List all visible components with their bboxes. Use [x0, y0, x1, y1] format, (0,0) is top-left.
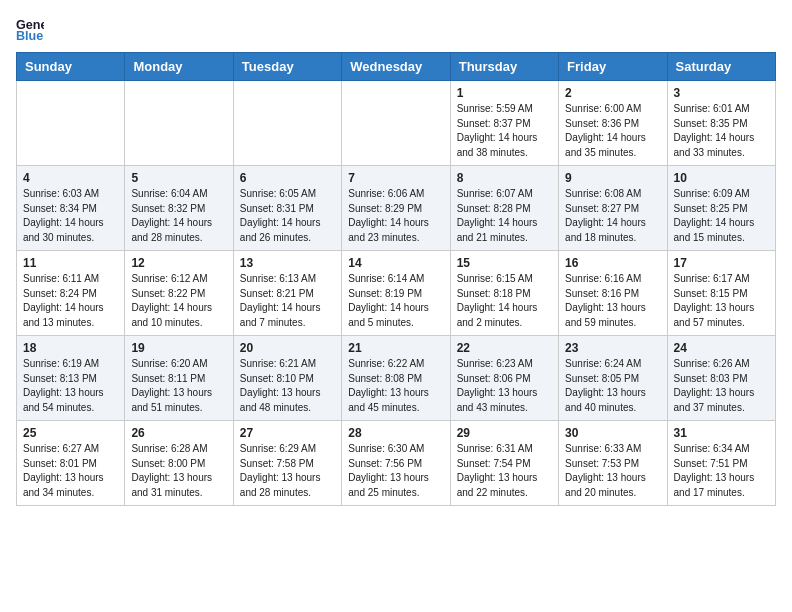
weekday-header-sunday: Sunday — [17, 53, 125, 81]
day-number: 12 — [131, 256, 226, 270]
calendar-cell: 10Sunrise: 6:09 AM Sunset: 8:25 PM Dayli… — [667, 166, 775, 251]
day-number: 2 — [565, 86, 660, 100]
day-number: 1 — [457, 86, 552, 100]
calendar-cell: 8Sunrise: 6:07 AM Sunset: 8:28 PM Daylig… — [450, 166, 558, 251]
day-number: 15 — [457, 256, 552, 270]
week-row-1: 1Sunrise: 5:59 AM Sunset: 8:37 PM Daylig… — [17, 81, 776, 166]
calendar-cell: 25Sunrise: 6:27 AM Sunset: 8:01 PM Dayli… — [17, 421, 125, 506]
day-number: 20 — [240, 341, 335, 355]
day-info: Sunrise: 6:05 AM Sunset: 8:31 PM Dayligh… — [240, 187, 335, 245]
day-number: 18 — [23, 341, 118, 355]
day-number: 9 — [565, 171, 660, 185]
week-row-3: 11Sunrise: 6:11 AM Sunset: 8:24 PM Dayli… — [17, 251, 776, 336]
calendar-cell — [233, 81, 341, 166]
calendar-cell: 28Sunrise: 6:30 AM Sunset: 7:56 PM Dayli… — [342, 421, 450, 506]
day-info: Sunrise: 6:14 AM Sunset: 8:19 PM Dayligh… — [348, 272, 443, 330]
weekday-header-saturday: Saturday — [667, 53, 775, 81]
day-info: Sunrise: 6:19 AM Sunset: 8:13 PM Dayligh… — [23, 357, 118, 415]
calendar-cell: 26Sunrise: 6:28 AM Sunset: 8:00 PM Dayli… — [125, 421, 233, 506]
week-row-2: 4Sunrise: 6:03 AM Sunset: 8:34 PM Daylig… — [17, 166, 776, 251]
day-number: 6 — [240, 171, 335, 185]
week-row-4: 18Sunrise: 6:19 AM Sunset: 8:13 PM Dayli… — [17, 336, 776, 421]
day-number: 14 — [348, 256, 443, 270]
logo: General Blue — [16, 16, 48, 44]
day-number: 24 — [674, 341, 769, 355]
day-info: Sunrise: 6:07 AM Sunset: 8:28 PM Dayligh… — [457, 187, 552, 245]
day-info: Sunrise: 6:34 AM Sunset: 7:51 PM Dayligh… — [674, 442, 769, 500]
day-number: 17 — [674, 256, 769, 270]
day-number: 13 — [240, 256, 335, 270]
calendar-cell: 9Sunrise: 6:08 AM Sunset: 8:27 PM Daylig… — [559, 166, 667, 251]
calendar-cell: 29Sunrise: 6:31 AM Sunset: 7:54 PM Dayli… — [450, 421, 558, 506]
calendar-cell: 13Sunrise: 6:13 AM Sunset: 8:21 PM Dayli… — [233, 251, 341, 336]
day-number: 3 — [674, 86, 769, 100]
calendar-cell: 1Sunrise: 5:59 AM Sunset: 8:37 PM Daylig… — [450, 81, 558, 166]
day-info: Sunrise: 6:09 AM Sunset: 8:25 PM Dayligh… — [674, 187, 769, 245]
day-info: Sunrise: 6:24 AM Sunset: 8:05 PM Dayligh… — [565, 357, 660, 415]
calendar-cell: 14Sunrise: 6:14 AM Sunset: 8:19 PM Dayli… — [342, 251, 450, 336]
calendar-cell: 20Sunrise: 6:21 AM Sunset: 8:10 PM Dayli… — [233, 336, 341, 421]
calendar-cell — [342, 81, 450, 166]
calendar-cell: 17Sunrise: 6:17 AM Sunset: 8:15 PM Dayli… — [667, 251, 775, 336]
day-info: Sunrise: 6:08 AM Sunset: 8:27 PM Dayligh… — [565, 187, 660, 245]
calendar-cell: 31Sunrise: 6:34 AM Sunset: 7:51 PM Dayli… — [667, 421, 775, 506]
calendar-table: SundayMondayTuesdayWednesdayThursdayFrid… — [16, 52, 776, 506]
weekday-header-thursday: Thursday — [450, 53, 558, 81]
day-number: 29 — [457, 426, 552, 440]
day-number: 26 — [131, 426, 226, 440]
day-info: Sunrise: 6:01 AM Sunset: 8:35 PM Dayligh… — [674, 102, 769, 160]
calendar-cell: 6Sunrise: 6:05 AM Sunset: 8:31 PM Daylig… — [233, 166, 341, 251]
page-header: General Blue — [16, 16, 776, 44]
day-info: Sunrise: 6:11 AM Sunset: 8:24 PM Dayligh… — [23, 272, 118, 330]
day-info: Sunrise: 6:13 AM Sunset: 8:21 PM Dayligh… — [240, 272, 335, 330]
day-info: Sunrise: 6:21 AM Sunset: 8:10 PM Dayligh… — [240, 357, 335, 415]
day-number: 4 — [23, 171, 118, 185]
week-row-5: 25Sunrise: 6:27 AM Sunset: 8:01 PM Dayli… — [17, 421, 776, 506]
calendar-cell: 3Sunrise: 6:01 AM Sunset: 8:35 PM Daylig… — [667, 81, 775, 166]
calendar-cell: 23Sunrise: 6:24 AM Sunset: 8:05 PM Dayli… — [559, 336, 667, 421]
day-number: 5 — [131, 171, 226, 185]
calendar-cell: 7Sunrise: 6:06 AM Sunset: 8:29 PM Daylig… — [342, 166, 450, 251]
day-info: Sunrise: 6:29 AM Sunset: 7:58 PM Dayligh… — [240, 442, 335, 500]
weekday-header-tuesday: Tuesday — [233, 53, 341, 81]
day-number: 7 — [348, 171, 443, 185]
day-number: 21 — [348, 341, 443, 355]
weekday-header-friday: Friday — [559, 53, 667, 81]
day-info: Sunrise: 6:12 AM Sunset: 8:22 PM Dayligh… — [131, 272, 226, 330]
calendar-cell: 11Sunrise: 6:11 AM Sunset: 8:24 PM Dayli… — [17, 251, 125, 336]
calendar-cell: 21Sunrise: 6:22 AM Sunset: 8:08 PM Dayli… — [342, 336, 450, 421]
weekday-header-monday: Monday — [125, 53, 233, 81]
day-number: 8 — [457, 171, 552, 185]
calendar-cell: 5Sunrise: 6:04 AM Sunset: 8:32 PM Daylig… — [125, 166, 233, 251]
calendar-cell: 19Sunrise: 6:20 AM Sunset: 8:11 PM Dayli… — [125, 336, 233, 421]
weekday-header-wednesday: Wednesday — [342, 53, 450, 81]
day-number: 16 — [565, 256, 660, 270]
calendar-cell: 16Sunrise: 6:16 AM Sunset: 8:16 PM Dayli… — [559, 251, 667, 336]
day-number: 25 — [23, 426, 118, 440]
day-info: Sunrise: 6:28 AM Sunset: 8:00 PM Dayligh… — [131, 442, 226, 500]
day-number: 10 — [674, 171, 769, 185]
day-number: 30 — [565, 426, 660, 440]
day-info: Sunrise: 6:27 AM Sunset: 8:01 PM Dayligh… — [23, 442, 118, 500]
calendar-cell: 22Sunrise: 6:23 AM Sunset: 8:06 PM Dayli… — [450, 336, 558, 421]
day-number: 11 — [23, 256, 118, 270]
day-info: Sunrise: 6:30 AM Sunset: 7:56 PM Dayligh… — [348, 442, 443, 500]
day-info: Sunrise: 6:17 AM Sunset: 8:15 PM Dayligh… — [674, 272, 769, 330]
day-info: Sunrise: 6:04 AM Sunset: 8:32 PM Dayligh… — [131, 187, 226, 245]
day-info: Sunrise: 6:00 AM Sunset: 8:36 PM Dayligh… — [565, 102, 660, 160]
day-number: 27 — [240, 426, 335, 440]
day-info: Sunrise: 5:59 AM Sunset: 8:37 PM Dayligh… — [457, 102, 552, 160]
calendar-cell: 24Sunrise: 6:26 AM Sunset: 8:03 PM Dayli… — [667, 336, 775, 421]
calendar-cell — [17, 81, 125, 166]
day-info: Sunrise: 6:33 AM Sunset: 7:53 PM Dayligh… — [565, 442, 660, 500]
day-info: Sunrise: 6:03 AM Sunset: 8:34 PM Dayligh… — [23, 187, 118, 245]
weekday-header-row: SundayMondayTuesdayWednesdayThursdayFrid… — [17, 53, 776, 81]
day-info: Sunrise: 6:23 AM Sunset: 8:06 PM Dayligh… — [457, 357, 552, 415]
calendar-cell: 15Sunrise: 6:15 AM Sunset: 8:18 PM Dayli… — [450, 251, 558, 336]
day-number: 28 — [348, 426, 443, 440]
svg-text:Blue: Blue — [16, 29, 43, 43]
calendar-cell — [125, 81, 233, 166]
day-info: Sunrise: 6:15 AM Sunset: 8:18 PM Dayligh… — [457, 272, 552, 330]
calendar-cell: 2Sunrise: 6:00 AM Sunset: 8:36 PM Daylig… — [559, 81, 667, 166]
day-number: 23 — [565, 341, 660, 355]
